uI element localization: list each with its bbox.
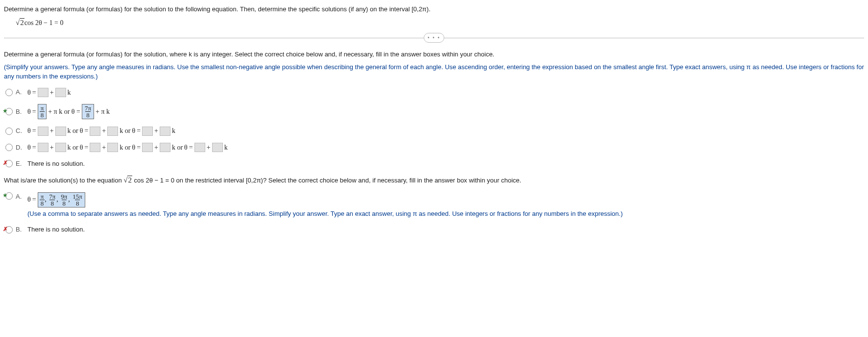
choice-c-letter: C. [16, 127, 27, 135]
section-divider: • • • [4, 38, 864, 38]
choice-d-letter: D. [16, 143, 27, 152]
part2-choice-a-note: (Use a comma to separate answers as need… [27, 209, 623, 218]
radio-a[interactable] [4, 89, 14, 96]
part1-instruction: Determine a general formula (or formulas… [4, 50, 864, 59]
blank-input[interactable] [107, 127, 118, 136]
answer-box-b1: π8 [38, 104, 47, 119]
part2-choice-a-row: A. = π8, 7π8, 9π8, 15π8 (Use a comma to … [4, 192, 864, 218]
blank-input[interactable] [55, 127, 66, 136]
part2-choice-b-letter: B. [16, 225, 27, 234]
radio-d[interactable] [4, 144, 14, 151]
part2-radio-a-correct[interactable] [4, 192, 14, 200]
answer-box-b2: 7π8 [82, 104, 94, 119]
part2-instruction: What is/are the solution(s) to the equat… [4, 175, 864, 185]
radio-b-correct[interactable] [4, 108, 14, 115]
blank-input[interactable] [38, 88, 48, 97]
radio-e-wrong[interactable] [4, 160, 14, 167]
part2-answer-box: π8, 7π8, 9π8, 15π8 [38, 192, 85, 207]
part2-choice-a-letter: A. [16, 192, 27, 201]
blank-input[interactable] [160, 127, 170, 136]
question-prompt: Determine a general formula (or formulas… [4, 5, 864, 14]
blank-input[interactable] [160, 143, 170, 152]
choice-a-letter: A. [16, 88, 27, 97]
expand-pill[interactable]: • • • [424, 33, 444, 43]
part2-choice-a-math: = π8, 7π8, 9π8, 15π8 [27, 192, 623, 207]
choice-d-math: = + k or = + k or = + k or = + k [27, 143, 228, 153]
blank-input[interactable] [90, 143, 100, 152]
part1-note: (Simplify your answers. Type any angle m… [4, 63, 864, 80]
choice-c-math: = + k or = + k or = + k [27, 126, 175, 136]
choice-e-text: There is no solution. [27, 159, 85, 168]
part2-choice-b-text: There is no solution. [27, 225, 85, 234]
question-equation: √2 cos 2θ − 1 = 0 [16, 18, 864, 28]
blank-input[interactable] [90, 127, 100, 136]
choice-a-math: = + k [27, 88, 71, 98]
radio-c[interactable] [4, 128, 14, 135]
blank-input[interactable] [38, 127, 48, 136]
blank-input[interactable] [142, 127, 153, 136]
blank-input[interactable] [38, 143, 48, 152]
choice-e-row: E. There is no solution. [4, 159, 864, 168]
choice-b-math: = π8 + π k or θ = 7π8 + π k [27, 104, 110, 119]
blank-input[interactable] [142, 143, 153, 152]
blank-input[interactable] [107, 143, 118, 152]
blank-input[interactable] [212, 143, 223, 152]
blank-input[interactable] [55, 143, 66, 152]
choice-b-letter: B. [16, 107, 27, 116]
choice-c-row: C. = + k or = + k or = + k [4, 126, 864, 136]
choice-b-row: B. = π8 + π k or θ = 7π8 + π k [4, 104, 864, 119]
choice-d-row: D. = + k or = + k or = + k or = + k [4, 143, 864, 153]
choice-e-letter: E. [16, 159, 27, 168]
part2-radio-b-wrong[interactable] [4, 226, 14, 233]
part2-choice-b-row: B. There is no solution. [4, 225, 864, 234]
choice-a-row: A. = + k [4, 88, 864, 98]
blank-input[interactable] [55, 88, 66, 97]
blank-input[interactable] [194, 143, 205, 152]
